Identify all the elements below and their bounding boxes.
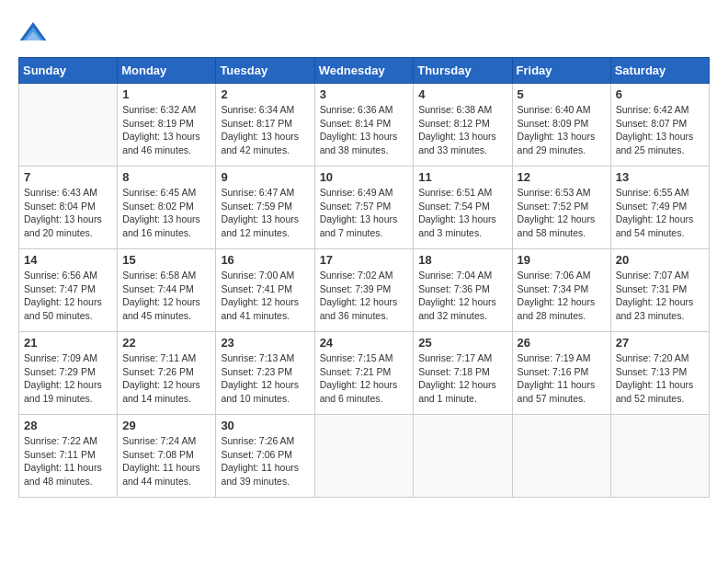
day-info: Sunrise: 6:36 AM Sunset: 8:14 PM Dayligh… — [320, 103, 409, 157]
day-info: Sunrise: 6:40 AM Sunset: 8:09 PM Dayligh… — [518, 103, 606, 157]
calendar-day-cell — [512, 415, 610, 498]
day-of-week-header: Thursday — [414, 58, 512, 84]
day-number: 10 — [320, 170, 409, 184]
calendar-day-cell: 27Sunrise: 7:20 AM Sunset: 7:13 PM Dayli… — [610, 332, 709, 415]
calendar-day-cell: 17Sunrise: 7:02 AM Sunset: 7:39 PM Dayli… — [314, 249, 414, 332]
calendar-day-cell — [314, 415, 414, 498]
calendar-day-cell: 25Sunrise: 7:17 AM Sunset: 7:18 PM Dayli… — [414, 332, 512, 415]
calendar-day-cell: 22Sunrise: 7:11 AM Sunset: 7:26 PM Dayli… — [118, 332, 216, 415]
day-number: 26 — [518, 336, 606, 350]
day-number: 3 — [320, 87, 409, 101]
calendar-day-cell: 30Sunrise: 7:26 AM Sunset: 7:06 PM Dayli… — [216, 415, 314, 498]
day-number: 13 — [616, 170, 704, 184]
day-number: 11 — [418, 170, 506, 184]
day-number: 17 — [320, 253, 409, 267]
day-of-week-header: Sunday — [19, 58, 118, 84]
day-info: Sunrise: 6:53 AM Sunset: 7:52 PM Dayligh… — [518, 186, 606, 240]
calendar-day-cell: 26Sunrise: 7:19 AM Sunset: 7:16 PM Dayli… — [512, 332, 610, 415]
day-info: Sunrise: 6:51 AM Sunset: 7:54 PM Dayligh… — [418, 186, 506, 240]
calendar-day-cell: 6Sunrise: 6:42 AM Sunset: 8:07 PM Daylig… — [610, 84, 709, 167]
day-info: Sunrise: 6:32 AM Sunset: 8:19 PM Dayligh… — [122, 103, 210, 157]
calendar-day-cell: 3Sunrise: 6:36 AM Sunset: 8:14 PM Daylig… — [314, 84, 414, 167]
calendar-day-cell: 2Sunrise: 6:34 AM Sunset: 8:17 PM Daylig… — [216, 84, 314, 167]
calendar-header-row: SundayMondayTuesdayWednesdayThursdayFrid… — [19, 58, 710, 84]
day-number: 14 — [24, 253, 112, 267]
day-number: 1 — [122, 87, 210, 101]
day-number: 22 — [122, 336, 210, 350]
page-header — [18, 18, 710, 48]
calendar-day-cell: 4Sunrise: 6:38 AM Sunset: 8:12 PM Daylig… — [414, 84, 512, 167]
day-of-week-header: Tuesday — [216, 58, 314, 84]
day-number: 23 — [221, 336, 309, 350]
day-info: Sunrise: 7:07 AM Sunset: 7:31 PM Dayligh… — [616, 269, 704, 323]
day-info: Sunrise: 6:55 AM Sunset: 7:49 PM Dayligh… — [616, 186, 704, 240]
day-info: Sunrise: 7:17 AM Sunset: 7:18 PM Dayligh… — [418, 351, 506, 406]
day-info: Sunrise: 6:34 AM Sunset: 8:17 PM Dayligh… — [221, 103, 309, 157]
day-number: 29 — [122, 419, 210, 432]
day-of-week-header: Wednesday — [314, 58, 414, 84]
calendar-day-cell: 18Sunrise: 7:04 AM Sunset: 7:36 PM Dayli… — [414, 249, 512, 332]
calendar-day-cell: 20Sunrise: 7:07 AM Sunset: 7:31 PM Dayli… — [610, 249, 709, 332]
calendar-day-cell — [19, 84, 118, 167]
day-of-week-header: Monday — [118, 58, 216, 84]
calendar-day-cell: 14Sunrise: 6:56 AM Sunset: 7:47 PM Dayli… — [19, 249, 118, 332]
day-number: 16 — [221, 253, 309, 267]
calendar-day-cell: 5Sunrise: 6:40 AM Sunset: 8:09 PM Daylig… — [512, 84, 610, 167]
day-info: Sunrise: 6:58 AM Sunset: 7:44 PM Dayligh… — [122, 269, 210, 323]
calendar-day-cell: 9Sunrise: 6:47 AM Sunset: 7:59 PM Daylig… — [216, 167, 314, 249]
calendar-week-row: 21Sunrise: 7:09 AM Sunset: 7:29 PM Dayli… — [19, 332, 710, 415]
day-number: 7 — [24, 170, 112, 184]
day-number: 21 — [24, 336, 112, 350]
day-number: 27 — [616, 336, 704, 350]
calendar-day-cell: 19Sunrise: 7:06 AM Sunset: 7:34 PM Dayli… — [512, 249, 610, 332]
calendar-day-cell: 28Sunrise: 7:22 AM Sunset: 7:11 PM Dayli… — [19, 415, 118, 498]
calendar-day-cell — [610, 415, 709, 498]
day-number: 6 — [616, 87, 704, 101]
day-info: Sunrise: 7:20 AM Sunset: 7:13 PM Dayligh… — [616, 351, 704, 406]
calendar-day-cell: 11Sunrise: 6:51 AM Sunset: 7:54 PM Dayli… — [414, 167, 512, 249]
day-info: Sunrise: 6:42 AM Sunset: 8:07 PM Dayligh… — [616, 103, 704, 157]
day-of-week-header: Saturday — [610, 58, 709, 84]
day-of-week-header: Friday — [512, 58, 610, 84]
calendar-day-cell: 15Sunrise: 6:58 AM Sunset: 7:44 PM Dayli… — [118, 249, 216, 332]
calendar-day-cell: 16Sunrise: 7:00 AM Sunset: 7:41 PM Dayli… — [216, 249, 314, 332]
calendar-day-cell: 7Sunrise: 6:43 AM Sunset: 8:04 PM Daylig… — [19, 167, 118, 249]
day-number: 2 — [221, 87, 309, 101]
calendar-day-cell: 12Sunrise: 6:53 AM Sunset: 7:52 PM Dayli… — [512, 167, 610, 249]
day-number: 24 — [320, 336, 409, 350]
day-info: Sunrise: 6:45 AM Sunset: 8:02 PM Dayligh… — [122, 186, 210, 240]
day-info: Sunrise: 7:22 AM Sunset: 7:11 PM Dayligh… — [24, 434, 112, 488]
day-info: Sunrise: 7:24 AM Sunset: 7:08 PM Dayligh… — [122, 434, 210, 488]
day-number: 4 — [418, 87, 506, 101]
calendar-week-row: 14Sunrise: 6:56 AM Sunset: 7:47 PM Dayli… — [19, 249, 710, 332]
day-number: 5 — [518, 87, 606, 101]
day-info: Sunrise: 6:47 AM Sunset: 7:59 PM Dayligh… — [221, 186, 309, 240]
calendar-week-row: 28Sunrise: 7:22 AM Sunset: 7:11 PM Dayli… — [19, 415, 710, 498]
day-info: Sunrise: 7:04 AM Sunset: 7:36 PM Dayligh… — [418, 269, 506, 323]
day-number: 25 — [418, 336, 506, 350]
day-info: Sunrise: 7:19 AM Sunset: 7:16 PM Dayligh… — [518, 351, 606, 406]
day-info: Sunrise: 7:13 AM Sunset: 7:23 PM Dayligh… — [221, 351, 309, 406]
day-number: 18 — [418, 253, 506, 267]
calendar-day-cell: 23Sunrise: 7:13 AM Sunset: 7:23 PM Dayli… — [216, 332, 314, 415]
day-info: Sunrise: 7:09 AM Sunset: 7:29 PM Dayligh… — [24, 351, 112, 406]
calendar-week-row: 1Sunrise: 6:32 AM Sunset: 8:19 PM Daylig… — [19, 84, 710, 167]
calendar-table: SundayMondayTuesdayWednesdayThursdayFrid… — [18, 57, 710, 498]
day-info: Sunrise: 7:11 AM Sunset: 7:26 PM Dayligh… — [122, 351, 210, 406]
day-number: 15 — [122, 253, 210, 267]
logo — [18, 18, 51, 48]
day-info: Sunrise: 7:00 AM Sunset: 7:41 PM Dayligh… — [221, 269, 309, 323]
day-number: 12 — [518, 170, 606, 184]
calendar-day-cell: 10Sunrise: 6:49 AM Sunset: 7:57 PM Dayli… — [314, 167, 414, 249]
calendar-week-row: 7Sunrise: 6:43 AM Sunset: 8:04 PM Daylig… — [19, 167, 710, 249]
calendar-day-cell: 29Sunrise: 7:24 AM Sunset: 7:08 PM Dayli… — [118, 415, 216, 498]
calendar-day-cell: 13Sunrise: 6:55 AM Sunset: 7:49 PM Dayli… — [610, 167, 709, 249]
day-number: 20 — [616, 253, 704, 267]
day-number: 8 — [122, 170, 210, 184]
day-number: 19 — [518, 253, 606, 267]
day-info: Sunrise: 6:49 AM Sunset: 7:57 PM Dayligh… — [320, 186, 409, 240]
day-info: Sunrise: 7:26 AM Sunset: 7:06 PM Dayligh… — [221, 434, 309, 488]
day-number: 9 — [221, 170, 309, 184]
calendar-day-cell: 8Sunrise: 6:45 AM Sunset: 8:02 PM Daylig… — [118, 167, 216, 249]
calendar-day-cell: 1Sunrise: 6:32 AM Sunset: 8:19 PM Daylig… — [118, 84, 216, 167]
